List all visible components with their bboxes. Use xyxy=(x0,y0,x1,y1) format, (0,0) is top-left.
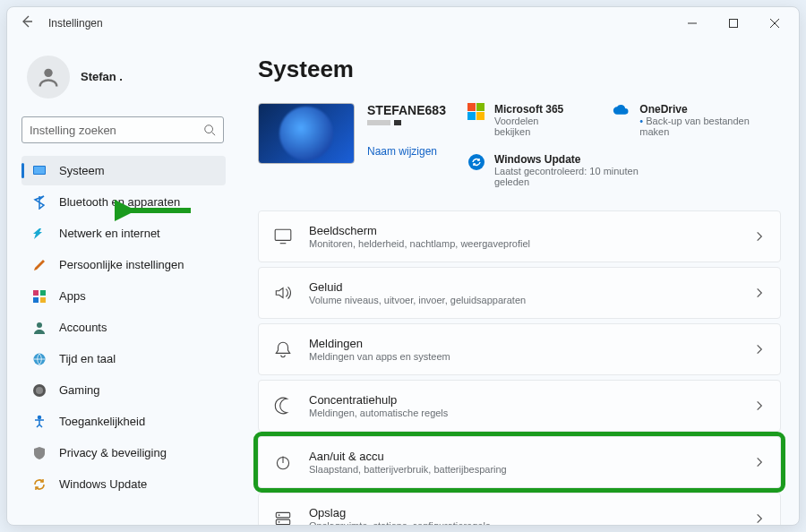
settings-window: Instellingen Stefan . xyxy=(6,6,800,526)
service-update[interactable]: Windows Update Laatst gecontroleerd: 10 … xyxy=(467,153,781,187)
bell-icon xyxy=(273,339,293,359)
chevron-right-icon xyxy=(753,399,766,412)
sidebar-item-system[interactable]: Systeem xyxy=(21,156,226,185)
card-sub: Volume niveaus, uitvoer, invoer, geluids… xyxy=(309,295,737,305)
back-button[interactable] xyxy=(20,14,34,32)
accounts-icon xyxy=(32,321,47,335)
sidebar-item-label: Persoonlijke instellingen xyxy=(59,258,184,271)
sidebar-item-label: Tijd en taal xyxy=(59,352,116,365)
sidebar-item-personalization[interactable]: Persoonlijke instellingen xyxy=(21,250,226,279)
sound-icon xyxy=(273,283,293,303)
maximize-button[interactable] xyxy=(713,9,754,38)
service-title: OneDrive xyxy=(639,103,781,116)
sidebar-item-label: Windows Update xyxy=(59,477,147,491)
svg-rect-16 xyxy=(275,229,291,240)
system-icon xyxy=(32,164,47,178)
card-sub: Slaapstand, batterijverbruik, batterijbe… xyxy=(309,464,737,475)
svg-point-15 xyxy=(468,154,484,170)
card-notifications[interactable]: MeldingenMeldingen van apps en systeem xyxy=(258,323,781,375)
rename-link[interactable]: Naam wijzigen xyxy=(367,145,446,158)
moon-icon xyxy=(273,396,293,416)
card-focus[interactable]: ConcentratiehulpMeldingen, automatische … xyxy=(258,380,781,432)
update-status-icon xyxy=(467,153,485,171)
search-box[interactable] xyxy=(21,116,224,143)
svg-rect-0 xyxy=(730,20,738,28)
card-power[interactable]: Aan/uit & accuSlaapstand, batterijverbru… xyxy=(258,436,781,488)
sidebar-item-label: Systeem xyxy=(59,164,105,177)
service-sub: Voordelen bekijken xyxy=(494,116,577,137)
titlebar: Instellingen xyxy=(7,7,799,39)
svg-point-9 xyxy=(37,322,42,328)
service-sub: Laatst gecontroleerd: 10 minuten geleden xyxy=(494,166,656,187)
card-title: Geluid xyxy=(309,280,737,294)
close-button[interactable] xyxy=(754,9,795,38)
svg-rect-18 xyxy=(276,512,289,518)
card-display[interactable]: BeeldschermMonitoren, helderheid, nachtl… xyxy=(258,210,781,262)
card-storage[interactable]: OpslagOpslagruimte, stations, configurat… xyxy=(258,493,781,525)
sidebar-item-label: Apps xyxy=(59,289,86,303)
desktop-thumbnail xyxy=(258,103,355,164)
power-icon xyxy=(273,452,293,472)
shield-icon xyxy=(32,446,47,460)
svg-rect-7 xyxy=(33,297,39,303)
sidebar-item-label: Netwerk en internet xyxy=(59,227,160,240)
card-title: Concentratiehulp xyxy=(309,393,737,407)
card-title: Opslag xyxy=(309,506,737,519)
svg-rect-6 xyxy=(40,290,46,296)
sidebar-item-time[interactable]: Tijd en taal xyxy=(21,344,226,373)
service-m365[interactable]: Microsoft 365 Voordelen bekijken xyxy=(467,103,577,137)
minimize-button[interactable] xyxy=(672,9,713,38)
chevron-right-icon xyxy=(753,230,766,243)
service-title: Windows Update xyxy=(494,153,656,166)
card-title: Beeldscherm xyxy=(309,224,737,237)
sidebar-item-label: Gaming xyxy=(59,383,100,397)
sidebar-item-update[interactable]: Windows Update xyxy=(21,469,226,499)
profile-block[interactable]: Stefan . xyxy=(21,50,226,111)
svg-point-21 xyxy=(279,521,280,523)
sidebar-item-accessibility[interactable]: Toegankelijkheid xyxy=(21,407,226,436)
profile-name: Stefan . xyxy=(81,70,123,83)
card-sub: Monitoren, helderheid, nachtlamp, weerga… xyxy=(309,238,737,249)
sidebar-item-accounts[interactable]: Accounts xyxy=(21,313,226,342)
chevron-right-icon xyxy=(753,287,766,299)
sidebar-item-bluetooth[interactable]: Bluetooth en apparaten xyxy=(21,187,226,217)
service-onedrive[interactable]: OneDrive Back-up van bestanden maken xyxy=(613,103,781,137)
accessibility-icon xyxy=(32,415,47,429)
pc-spec-bars xyxy=(367,120,446,125)
sidebar-item-privacy[interactable]: Privacy & beveiliging xyxy=(21,438,226,468)
avatar xyxy=(27,56,70,99)
sidebar-item-apps[interactable]: Apps xyxy=(21,281,226,311)
sidebar-item-network[interactable]: Netwerk en internet xyxy=(21,219,226,248)
svg-rect-8 xyxy=(40,297,46,303)
svg-rect-4 xyxy=(34,167,45,174)
apps-icon xyxy=(32,289,47,304)
card-title: Aan/uit & accu xyxy=(309,450,737,463)
svg-rect-5 xyxy=(33,290,39,296)
sidebar-item-label: Toegankelijkheid xyxy=(59,415,145,428)
svg-rect-19 xyxy=(276,519,289,525)
card-sound[interactable]: GeluidVolume niveaus, uitvoer, invoer, g… xyxy=(258,267,781,319)
brush-icon xyxy=(32,258,47,272)
sidebar-item-gaming[interactable]: Gaming xyxy=(21,375,226,405)
service-sub: Back-up van bestanden maken xyxy=(639,116,781,137)
svg-point-1 xyxy=(44,69,52,77)
gaming-icon xyxy=(32,383,47,398)
page-title: Systeem xyxy=(258,56,781,83)
svg-point-2 xyxy=(205,125,213,133)
chevron-right-icon xyxy=(753,456,766,468)
storage-icon xyxy=(273,509,293,525)
service-title: Microsoft 365 xyxy=(494,103,577,116)
window-title: Instellingen xyxy=(48,17,103,30)
search-icon xyxy=(203,124,216,136)
main-panel: Systeem STEFANE683 Naam wijzigen xyxy=(233,39,799,525)
svg-point-12 xyxy=(36,387,43,394)
pc-info[interactable]: STEFANE683 Naam wijzigen xyxy=(258,103,446,187)
search-input[interactable] xyxy=(30,124,203,137)
bluetooth-icon xyxy=(32,195,47,210)
sidebar: Stefan . Systeem Bluetooth en apparaten … xyxy=(7,39,233,525)
sidebar-item-label: Accounts xyxy=(59,321,107,334)
card-title: Meldingen xyxy=(309,337,737,350)
microsoft-icon xyxy=(467,103,485,121)
onedrive-icon xyxy=(613,103,630,121)
globe-icon xyxy=(32,352,47,366)
